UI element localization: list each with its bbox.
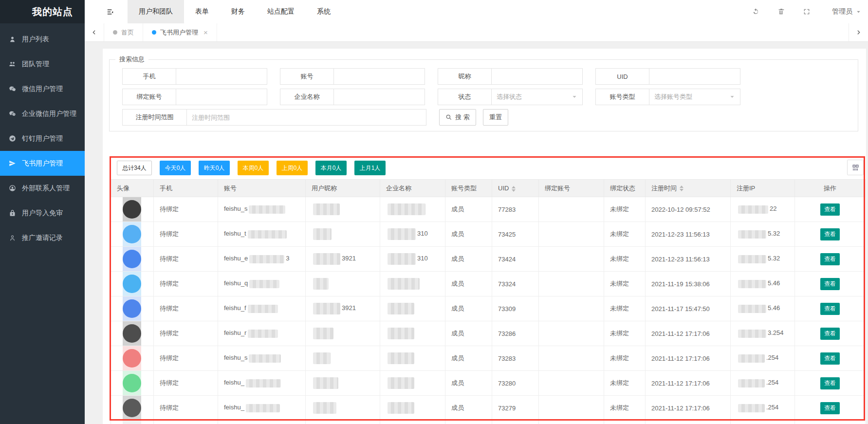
cell-register-time: 2021-11-19 15:38:06: [646, 272, 731, 296]
nav-item[interactable]: 站点配置: [256, 0, 306, 23]
user-menu[interactable]: 管理员: [819, 0, 868, 23]
search-button[interactable]: 搜 索: [439, 109, 476, 126]
cell-uid: 73425: [492, 222, 539, 247]
stat-button[interactable]: 上月1人: [354, 161, 386, 175]
redacted-blur: [388, 203, 425, 215]
trash-button[interactable]: [769, 8, 794, 16]
cell-register-time: 2021-11-12 17:17:06: [646, 346, 731, 371]
sidebar-item-label: 团队管理: [22, 60, 49, 69]
text-field-input[interactable]: [649, 69, 740, 84]
nav-item[interactable]: 表单: [184, 0, 220, 23]
view-button[interactable]: 查看: [820, 402, 840, 414]
open-page-tabs: 首页飞书用户管理×: [104, 23, 217, 41]
text-field-input[interactable]: [176, 89, 267, 105]
sort-icon[interactable]: [512, 186, 516, 192]
nav-item[interactable]: 系统: [306, 0, 342, 23]
sidebar-item[interactable]: 钉钉用户管理: [0, 126, 85, 151]
page-tab[interactable]: 飞书用户管理×: [143, 23, 217, 41]
stat-button[interactable]: 今天0人: [160, 161, 191, 175]
page-tab[interactable]: 首页: [104, 23, 143, 41]
view-button[interactable]: 查看: [820, 203, 840, 216]
stat-button[interactable]: 本月0人: [315, 161, 347, 175]
avatar: [123, 299, 141, 318]
cell-bind-status: 未绑定: [604, 296, 646, 321]
cell-register-ip: 5.32: [731, 222, 795, 247]
cell-nickname: [306, 272, 380, 296]
stat-button[interactable]: 本周0人: [238, 161, 269, 175]
redacted-blur: [388, 328, 414, 339]
menu-fold-icon[interactable]: [85, 0, 128, 23]
sidebar-item[interactable]: 外部联系人管理: [0, 176, 85, 201]
text-field-input[interactable]: [334, 69, 425, 84]
text-field-input[interactable]: [334, 89, 425, 105]
select-field[interactable]: 选择账号类型: [649, 89, 740, 105]
sidebar-item[interactable]: 企业微信用户管理: [0, 101, 85, 126]
cell-actions: 查看: [795, 396, 866, 421]
expand-button[interactable]: [794, 8, 819, 16]
view-button[interactable]: 查看: [820, 328, 840, 340]
nav-actions: [743, 0, 819, 23]
search-field: 账号: [280, 68, 425, 85]
stat-button[interactable]: 总计34人: [117, 161, 152, 175]
cell-nickname: [306, 396, 380, 421]
cell-register-time: 2021-11-17 15:47:50: [646, 296, 731, 321]
sidebar-menu: 用户列表团队管理微信用户管理企业微信用户管理钉钉用户管理飞书用户管理外部联系人管…: [0, 23, 85, 250]
view-button[interactable]: 查看: [820, 303, 840, 315]
sidebar-item[interactable]: 用户导入免审: [0, 201, 85, 225]
tabs-scroll-left-button[interactable]: [85, 23, 104, 41]
close-icon[interactable]: ×: [203, 29, 208, 36]
cell-bind-status: [604, 421, 646, 424]
cell-actions: 查看: [795, 296, 866, 321]
tabs-scroll-right-button[interactable]: [849, 23, 868, 41]
reset-button[interactable]: 重置: [483, 109, 508, 126]
column-header[interactable]: UID: [492, 180, 539, 197]
column-settings-button[interactable]: [847, 160, 864, 175]
cloud-logo-icon: [7, 4, 28, 19]
cell-actions: 查看: [795, 346, 866, 371]
sidebar-item[interactable]: 微信用户管理: [0, 76, 85, 101]
redacted-blur: [313, 328, 333, 339]
stat-button[interactable]: 上周0人: [277, 161, 308, 175]
sidebar-item[interactable]: 飞书用户管理: [0, 151, 85, 176]
select-field[interactable]: 选择状态: [492, 89, 582, 105]
nav-item[interactable]: 用户和团队: [128, 0, 184, 23]
view-button[interactable]: 查看: [820, 352, 840, 365]
cell-account: feishu_q: [218, 272, 306, 296]
text-field-input[interactable]: [492, 69, 582, 84]
redacted-blur: [249, 255, 284, 263]
cell-account-type: 成员: [445, 272, 492, 296]
sort-icon[interactable]: [680, 185, 683, 191]
column-header[interactable]: 注册时间: [646, 180, 731, 197]
avatar: [123, 250, 141, 268]
cell-bind-account: [539, 396, 604, 421]
view-button[interactable]: 查看: [820, 228, 840, 240]
cell-uid: 73324: [492, 272, 539, 296]
redacted-blur: [313, 303, 340, 314]
team-icon: [9, 60, 16, 68]
cell-nickname: [306, 321, 380, 346]
sidebar-item[interactable]: 团队管理: [0, 52, 85, 76]
caret-down-icon: [729, 94, 735, 100]
cell-account-type: 成员: [445, 222, 492, 247]
sidebar-item[interactable]: 用户列表: [0, 27, 85, 52]
text-field-input[interactable]: [176, 69, 267, 84]
cell-account-type: 成员: [445, 371, 492, 396]
refresh-button[interactable]: [743, 8, 769, 16]
cell-phone: 待绑定: [154, 272, 218, 296]
view-button[interactable]: 查看: [820, 253, 840, 265]
redacted-blur: [738, 255, 766, 263]
sidebar-item[interactable]: 推广邀请记录: [0, 225, 85, 250]
stat-button[interactable]: 昨天0人: [199, 161, 230, 175]
cell-bind-account: [539, 197, 604, 222]
view-button[interactable]: 查看: [820, 278, 840, 290]
cell-company: [380, 396, 445, 421]
select-placeholder: 选择账号类型: [654, 92, 692, 101]
nav-item[interactable]: 财务: [220, 0, 256, 23]
register-time-range-input[interactable]: [187, 110, 426, 125]
table-row: 待绑定feishu_s成员77283未绑定2022-10-12 09:57:52…: [111, 197, 866, 222]
column-header: 企业名称: [380, 180, 445, 197]
view-button[interactable]: 查看: [820, 377, 840, 389]
cell-company: [380, 321, 445, 346]
cell-uid: 73280: [492, 371, 539, 396]
cell-nickname: 3921: [306, 296, 380, 321]
